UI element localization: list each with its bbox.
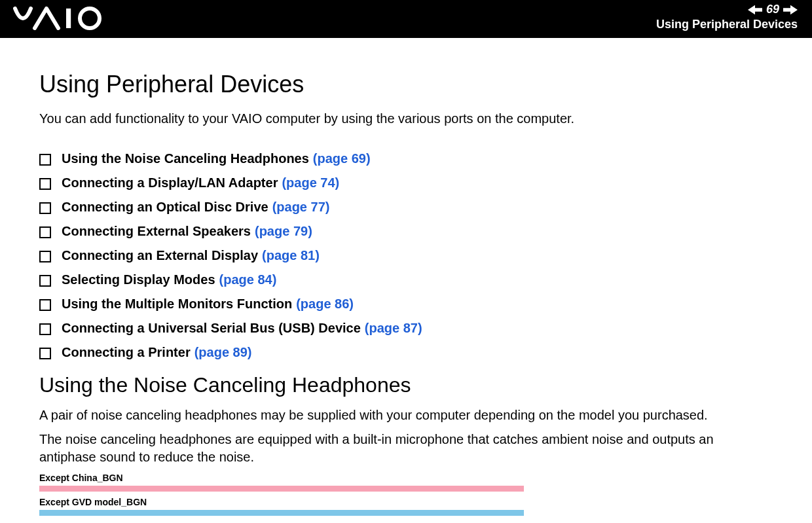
toc-page-link[interactable]: (page 89) xyxy=(194,345,252,359)
toc-label: Connecting an Optical Disc Drive xyxy=(62,200,268,214)
toc-page-link[interactable]: (page 87) xyxy=(365,321,422,335)
toc-label: Connecting External Speakers xyxy=(62,224,251,238)
region-note: Except China_BGN xyxy=(39,473,773,483)
toc-list: Using the Noise Canceling Headphones(pag… xyxy=(39,151,773,360)
nav-prev-arrow-icon[interactable] xyxy=(748,5,762,15)
toc-label: Selecting Display Modes xyxy=(62,272,215,287)
toc-item: Connecting a Universal Serial Bus (USB) … xyxy=(39,321,773,336)
svg-marker-2 xyxy=(748,5,762,14)
toc-item: Connecting External Speakers(page 79) xyxy=(39,224,773,239)
nav-next-arrow-icon[interactable] xyxy=(783,5,798,15)
toc-page-link[interactable]: (page 86) xyxy=(296,297,354,311)
toc-label: Connecting a Printer xyxy=(62,345,191,359)
toc-page-link[interactable]: (page 79) xyxy=(255,224,312,238)
body-paragraph: A pair of noise canceling headphones may… xyxy=(39,406,773,424)
square-bullet-icon xyxy=(39,275,51,287)
header-section-title: Using Peripheral Devices xyxy=(656,18,798,31)
page-title: Using Peripheral Devices xyxy=(39,71,773,98)
square-bullet-icon xyxy=(39,226,51,238)
square-bullet-icon xyxy=(39,299,51,311)
divider-bar-pink-icon xyxy=(39,486,524,492)
subsection-title: Using the Noise Canceling Headphones xyxy=(39,373,773,397)
region-note: Except GVD model_BGN xyxy=(39,497,773,507)
body-paragraph: The noise canceling headphones are equip… xyxy=(39,431,773,466)
toc-item: Connecting a Display/LAN Adapter(page 74… xyxy=(39,175,773,190)
square-bullet-icon xyxy=(39,178,51,190)
toc-label: Connecting an External Display xyxy=(62,248,258,262)
toc-label: Connecting a Universal Serial Bus (USB) … xyxy=(62,321,361,335)
toc-label: Connecting a Display/LAN Adapter xyxy=(62,175,278,190)
svg-rect-0 xyxy=(66,9,71,28)
toc-item: Connecting an Optical Disc Drive(page 77… xyxy=(39,200,773,215)
square-bullet-icon xyxy=(39,251,51,262)
header-bar: 69 Using Peripheral Devices xyxy=(0,0,812,38)
divider-bar-blue-icon xyxy=(39,510,524,516)
square-bullet-icon xyxy=(39,202,51,214)
square-bullet-icon xyxy=(39,323,51,335)
toc-label: Using the Noise Canceling Headphones xyxy=(62,151,309,166)
toc-page-link[interactable]: (page 74) xyxy=(282,175,339,190)
page-number: 69 xyxy=(766,3,779,16)
document-content: Using Peripheral Devices You can add fun… xyxy=(0,38,812,523)
toc-item: Using the Noise Canceling Headphones(pag… xyxy=(39,151,773,166)
toc-item: Connecting an External Display(page 81) xyxy=(39,248,773,263)
toc-page-link[interactable]: (page 81) xyxy=(262,248,320,262)
square-bullet-icon xyxy=(39,154,51,166)
toc-label: Using the Multiple Monitors Function xyxy=(62,297,292,311)
svg-point-1 xyxy=(80,9,100,28)
intro-paragraph: You can add functionality to your VAIO c… xyxy=(39,110,773,128)
svg-marker-3 xyxy=(783,5,798,14)
toc-item: Selecting Display Modes(page 84) xyxy=(39,272,773,287)
toc-item: Connecting a Printer(page 89) xyxy=(39,345,773,360)
square-bullet-icon xyxy=(39,348,51,359)
toc-page-link[interactable]: (page 77) xyxy=(272,200,330,214)
vaio-logo-icon xyxy=(13,7,131,30)
toc-page-link[interactable]: (page 84) xyxy=(219,272,277,287)
toc-item: Using the Multiple Monitors Function(pag… xyxy=(39,297,773,312)
toc-page-link[interactable]: (page 69) xyxy=(313,151,371,166)
